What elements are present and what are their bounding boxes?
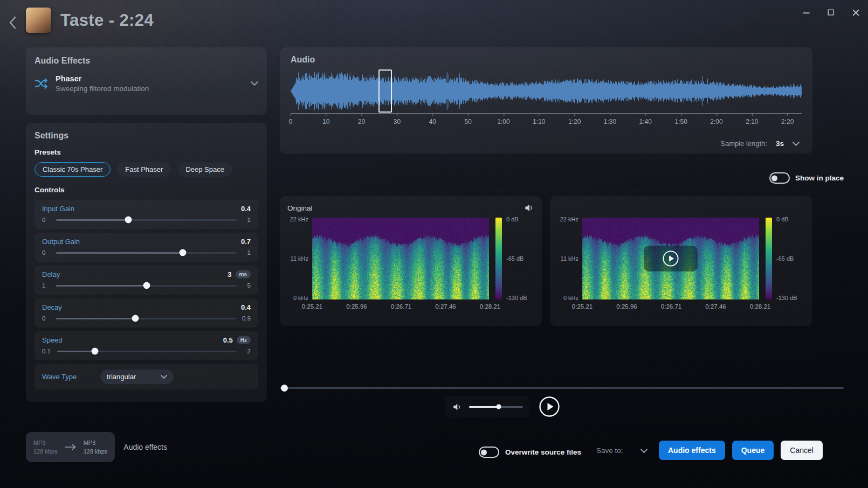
chevron-down-icon[interactable] [640, 449, 647, 453]
save-to-label: Save to: [596, 447, 623, 455]
cancel-button[interactable]: Cancel [781, 441, 823, 460]
wave-type-label: Wave Type [42, 373, 100, 381]
spectrogram-time-axis: 0:25.21 0:25.96 0:26.71 0:27.46 0:28.21 [582, 303, 760, 314]
time-tick: 1:10 [533, 118, 545, 126]
sample-length-select[interactable]: 3s [776, 140, 800, 148]
frequency-axis: 22 kHz 11 kHz 0 kHz [557, 218, 582, 299]
progress-knob[interactable] [281, 385, 288, 392]
show-in-place-label: Show in place [795, 174, 844, 182]
slider-max: 1 [243, 217, 251, 223]
queue-button[interactable]: Queue [732, 441, 774, 460]
chevron-down-icon [251, 81, 258, 86]
play-button[interactable] [539, 396, 560, 417]
time-tick: 2:20 [781, 118, 794, 126]
time-tick: 0 [289, 118, 293, 126]
slider-max: 2 [243, 348, 251, 354]
slider-value: 3 [228, 270, 231, 278]
effect-selector[interactable]: Phaser Sweeping filtered modulation [35, 74, 258, 93]
phaser-shuffle-icon [35, 76, 49, 90]
conversion-badge: MP3 128 kbps MP3 128 kbps [26, 432, 115, 462]
waveform-time-axis: 0 10 20 30 40 50 1:00 1:10 1:20 1:30 1:4… [291, 113, 802, 132]
slider-row-input-gain: Input Gain 0.4 0 1 [35, 200, 258, 229]
slider-track[interactable] [56, 252, 237, 254]
volume-knob[interactable] [497, 405, 501, 409]
db-colorbar [766, 218, 772, 299]
show-in-place-row: Show in place [280, 172, 844, 191]
conversion-label: Audio effects [123, 443, 167, 451]
album-art [26, 8, 51, 33]
spectrogram-card-original: Original 22 kHz 11 kHz 0 kHz 0 dB -65 dB [280, 196, 542, 326]
slider-value: 0.4 [241, 303, 251, 311]
volume-slider[interactable] [469, 406, 523, 408]
play-icon [662, 250, 679, 267]
slider-min: 0.1 [42, 348, 51, 354]
maximize-button[interactable] [827, 9, 835, 16]
time-tick: 20 [358, 118, 365, 126]
preset-button-classic-70s-phaser[interactable]: Classic 70s Phaser [35, 162, 111, 177]
preset-button-deep-space[interactable]: Deep Space [177, 162, 232, 177]
slider-track[interactable] [56, 318, 236, 319]
show-in-place-toggle[interactable] [769, 172, 790, 184]
spectrogram-time-axis: 0:25.21 0:25.96 0:26.71 0:27.46 0:28.21 [312, 303, 490, 314]
frequency-axis: 22 kHz 11 kHz 0 kHz [287, 218, 312, 299]
target-format: MP3 [84, 439, 108, 447]
slider-track[interactable] [56, 285, 237, 287]
volume-control [445, 396, 529, 417]
slider-value: 0.5 [223, 336, 233, 344]
audio-panel-title: Audio [291, 55, 802, 65]
speaker-icon[interactable] [452, 402, 462, 412]
slider-row-delay: Delay 3 ms 1 5 [35, 266, 258, 295]
back-button[interactable] [5, 14, 19, 31]
effects-panel-title: Audio Effects [35, 56, 258, 66]
close-button[interactable] [852, 9, 859, 16]
presets-label: Presets [35, 148, 258, 156]
time-tick: 50 [464, 118, 471, 126]
audio-effects-button[interactable]: Audio effects [659, 441, 725, 460]
time-tick: 40 [429, 118, 436, 126]
time-tick: 2:00 [710, 118, 722, 126]
settings-title: Settings [35, 131, 258, 141]
time-tick: 1:50 [674, 118, 687, 126]
slider-knob[interactable] [132, 315, 139, 322]
presets-row: Classic 70s Phaser Fast Phaser Deep Spac… [35, 162, 258, 177]
minimize-button[interactable] [802, 9, 810, 16]
target-bitrate: 128 kbps [84, 448, 108, 455]
slider-knob[interactable] [179, 249, 186, 256]
slider-knob[interactable] [143, 282, 150, 289]
time-tick: 30 [394, 118, 401, 126]
overwrite-toggle[interactable] [479, 447, 499, 458]
db-axis: 0 dB -65 dB -130 dB [776, 218, 804, 299]
page-title: Taste - 2:24 [60, 11, 154, 30]
slider-knob[interactable] [125, 217, 132, 224]
slider-max: 0.9 [242, 315, 251, 322]
wave-type-row: Wave Type triangular [35, 364, 258, 389]
slider-max: 5 [243, 282, 251, 289]
slider-label: Delay [42, 270, 228, 278]
sample-selection-box[interactable] [378, 69, 392, 113]
slider-knob[interactable] [91, 348, 98, 355]
slider-track[interactable] [57, 351, 237, 352]
time-tick: 1:40 [639, 118, 652, 126]
slider-value: 0.7 [241, 238, 251, 246]
wave-type-select[interactable]: triangular [100, 370, 174, 384]
effect-name: Phaser [56, 74, 251, 83]
slider-min: 0 [42, 249, 50, 256]
slider-label: Decay [42, 303, 241, 311]
time-tick: 1:20 [568, 118, 581, 126]
speaker-icon[interactable] [523, 203, 534, 213]
slider-max: 1 [243, 249, 251, 256]
time-tick: 2:10 [746, 118, 758, 126]
slider-track[interactable] [56, 219, 237, 221]
playback-progress-slider[interactable] [280, 384, 844, 392]
window-controls [802, 9, 859, 16]
slider-row-output-gain: Output Gain 0.7 0 1 [35, 233, 258, 262]
chevron-down-icon [161, 375, 167, 379]
waveform-canvas[interactable] [291, 71, 802, 111]
preview-play-button[interactable] [644, 246, 698, 271]
effect-description: Sweeping filtered modulation [56, 85, 251, 93]
overwrite-label: Overwrite source files [505, 448, 581, 456]
slider-unit-badge: Hz [237, 336, 251, 344]
preset-button-fast-phaser[interactable]: Fast Phaser [117, 162, 171, 177]
source-format: MP3 [33, 439, 58, 447]
slider-unit-badge: ms [236, 270, 251, 278]
